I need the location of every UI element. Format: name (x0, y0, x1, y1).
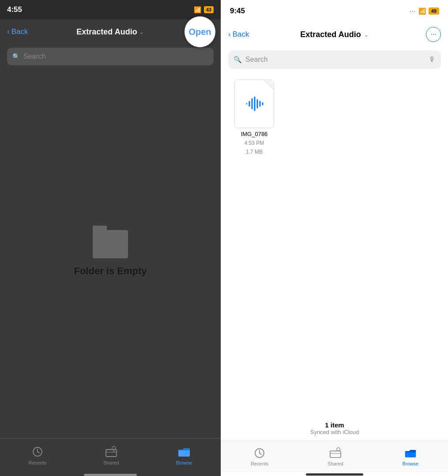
right-tab-bar: Recents Shared Browse (221, 441, 448, 472)
file-name: IMG_0786 (241, 131, 268, 137)
right-status-time: 9:45 (230, 7, 245, 15)
svg-rect-3 (106, 450, 117, 457)
svg-point-18 (337, 447, 340, 450)
right-signal-icon: ··· (410, 8, 416, 14)
left-tab-recents-label: Recents (29, 460, 46, 465)
left-panel: 4:55 📶 43 ‹ Back Extracted Audio ⌄ ··· O… (0, 0, 221, 476)
file-icon-corner (264, 80, 274, 90)
right-status-icons: ··· 📶 49 (410, 8, 439, 15)
left-tab-bar: Recents Shared Browse (0, 438, 221, 473)
right-title-area: Extracted Audio ⌄ (300, 30, 369, 39)
right-tab-recents-label: Recents (251, 461, 268, 466)
svg-line-2 (38, 452, 39, 453)
svg-line-16 (260, 453, 261, 454)
left-empty-content: Folder is Empty (0, 69, 221, 438)
right-search-bar[interactable]: 🔍 Search 🎙 (228, 50, 441, 69)
right-wifi-icon: 📶 (418, 8, 426, 15)
left-tab-browse-label: Browse (176, 460, 192, 465)
audio-wave-icon (243, 93, 265, 115)
right-tab-browse-label: Browse (402, 461, 418, 466)
right-tab-browse[interactable]: Browse (402, 447, 418, 466)
left-folder-icon (93, 230, 128, 258)
right-title-chevron-icon: ⌄ (364, 31, 369, 38)
right-shared-icon (329, 447, 342, 459)
left-tab-browse[interactable]: Browse (176, 445, 192, 465)
left-empty-message: Folder is Empty (74, 265, 147, 277)
right-search-icon: 🔍 (233, 56, 242, 64)
right-battery: 49 (429, 8, 439, 15)
right-tab-recents[interactable]: Recents (251, 447, 268, 466)
left-recents-icon (31, 445, 44, 458)
left-tab-shared-label: Shared (103, 460, 119, 465)
right-back-label: Back (233, 30, 249, 39)
right-dots-icon: ··· (430, 30, 436, 38)
left-title-area: Extracted Audio ⌄ (76, 27, 144, 37)
file-time: 4:53 PM (245, 140, 264, 146)
file-item[interactable]: IMG_0786 4:53 PM 1.7 MB (230, 79, 279, 155)
left-browse-icon (177, 445, 191, 458)
file-icon (234, 79, 274, 128)
right-back-button[interactable]: ‹ Back (228, 30, 249, 39)
left-search-placeholder: Search (23, 53, 46, 60)
left-tab-shared[interactable]: Shared (103, 445, 119, 465)
left-status-icons: 📶 43 (194, 6, 214, 13)
left-tab-recents[interactable]: Recents (29, 445, 46, 465)
item-count: 1 item (226, 421, 443, 429)
open-button-label: Open (188, 27, 211, 37)
right-home-indicator (221, 472, 448, 476)
left-back-chevron: ‹ (7, 27, 10, 36)
left-title-chevron-icon: ⌄ (139, 28, 144, 35)
right-panel: 9:45 ··· 📶 49 ‹ Back Extracted Audio ⌄ ·… (221, 0, 448, 476)
left-back-label: Back (11, 27, 28, 36)
svg-rect-6 (178, 450, 190, 457)
left-battery: 43 (204, 6, 214, 13)
left-status-time: 4:55 (7, 5, 22, 14)
right-browse-icon (404, 447, 417, 459)
right-status-bar: 9:45 ··· 📶 49 (221, 0, 448, 22)
left-search-bar[interactable]: 🔍 Search (7, 48, 214, 65)
left-nav-actions: ··· Open (200, 25, 214, 39)
left-shared-icon (105, 445, 118, 458)
left-back-button[interactable]: ‹ Back (7, 27, 28, 36)
left-status-bar: 4:55 📶 43 (0, 0, 221, 19)
right-nav-bar: ‹ Back Extracted Audio ⌄ ··· (221, 22, 448, 47)
right-home-bar (306, 473, 363, 476)
file-size: 1.7 MB (246, 149, 263, 155)
left-home-indicator (0, 473, 221, 476)
right-mic-icon[interactable]: 🎙 (429, 56, 436, 64)
icloud-sync-label: Synced with iCloud (226, 429, 443, 435)
right-recents-icon (253, 447, 266, 459)
svg-rect-17 (330, 451, 341, 457)
left-nav-bar: ‹ Back Extracted Audio ⌄ ··· Open (0, 19, 221, 44)
left-title-text: Extracted Audio (76, 27, 137, 37)
left-wifi-icon: 📶 (194, 6, 201, 13)
bottom-info: 1 item Synced with iCloud (221, 416, 448, 441)
right-more-button[interactable]: ··· (426, 27, 441, 42)
right-title-text: Extracted Audio (300, 30, 361, 39)
left-search-icon: 🔍 (12, 53, 20, 60)
right-search-placeholder: Search (245, 56, 425, 64)
file-grid: IMG_0786 4:53 PM 1.7 MB (221, 72, 448, 416)
right-back-chevron: ‹ (228, 30, 231, 39)
right-tab-shared[interactable]: Shared (328, 447, 343, 466)
open-button[interactable]: Open (184, 16, 215, 47)
left-home-bar (84, 474, 137, 476)
right-tab-shared-label: Shared (328, 461, 343, 466)
